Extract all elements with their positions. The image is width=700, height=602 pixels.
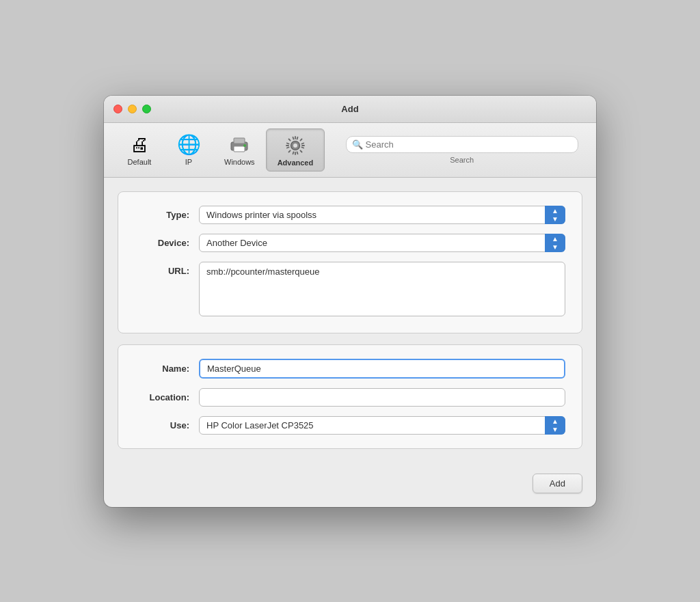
window-title: Add xyxy=(115,104,585,114)
svg-rect-1 xyxy=(234,138,245,143)
search-icon: 🔍 xyxy=(352,139,363,150)
type-select[interactable]: Windows printer via spoolss xyxy=(199,206,565,224)
device-row: Device: Another Device ▲ ▼ xyxy=(135,234,565,252)
default-printer-icon: 🖨 xyxy=(127,133,152,157)
search-label: Search xyxy=(450,156,474,164)
tab-windows-label: Windows xyxy=(224,158,255,166)
name-row: Name: xyxy=(135,359,565,379)
type-label: Type: xyxy=(135,210,189,220)
name-input[interactable] xyxy=(199,359,565,379)
device-select[interactable]: Another Device xyxy=(199,234,565,252)
location-field-wrap xyxy=(199,388,565,407)
location-input[interactable] xyxy=(199,388,565,407)
title-bar: Add xyxy=(104,96,596,123)
use-row: Use: HP Color LaserJet CP3525 ▲ ▼ xyxy=(135,416,565,435)
type-field-wrap: Windows printer via spoolss ▲ ▼ xyxy=(199,206,565,224)
toolbar-tabs: 🖨 Default 🌐 IP Windows xyxy=(115,128,325,172)
tab-advanced[interactable]: Advanced xyxy=(266,128,325,172)
name-field-wrap xyxy=(199,359,565,379)
use-field-wrap: HP Color LaserJet CP3525 ▲ ▼ xyxy=(199,416,565,435)
windows-printer-icon xyxy=(227,133,252,157)
footer: Add xyxy=(104,463,596,507)
close-button[interactable] xyxy=(113,105,122,113)
add-printer-window: Add 🖨 Default 🌐 IP xyxy=(104,96,596,507)
location-row: Location: xyxy=(135,388,565,407)
tab-ip-label: IP xyxy=(185,158,192,166)
printer-details-section: Name: Location: Use: HP Color LaserJet C… xyxy=(118,344,582,449)
tab-windows[interactable]: Windows xyxy=(213,128,266,172)
maximize-button[interactable] xyxy=(142,105,151,113)
traffic-lights xyxy=(113,105,151,113)
search-input-wrap: 🔍 xyxy=(346,136,578,153)
ip-icon: 🌐 xyxy=(176,133,201,157)
device-label: Device: xyxy=(135,238,189,248)
search-input[interactable] xyxy=(346,136,578,153)
tab-default[interactable]: 🖨 Default xyxy=(115,128,164,172)
add-button[interactable]: Add xyxy=(533,474,582,493)
use-label: Use: xyxy=(135,420,189,430)
minimize-button[interactable] xyxy=(128,105,137,113)
tab-default-label: Default xyxy=(128,158,152,166)
tab-ip[interactable]: 🌐 IP xyxy=(164,128,213,172)
svg-point-3 xyxy=(243,144,246,147)
svg-point-4 xyxy=(293,143,297,148)
advanced-gear-icon xyxy=(283,133,308,158)
use-select[interactable]: HP Color LaserJet CP3525 xyxy=(199,416,565,435)
url-row: URL: xyxy=(135,262,565,319)
connection-section: Type: Windows printer via spoolss ▲ ▼ De… xyxy=(118,191,582,333)
tab-advanced-label: Advanced xyxy=(278,159,314,167)
device-field-wrap: Another Device ▲ ▼ xyxy=(199,234,565,252)
type-row: Type: Windows printer via spoolss ▲ ▼ xyxy=(135,206,565,224)
toolbar: 🖨 Default 🌐 IP Windows xyxy=(104,123,596,178)
url-label: URL: xyxy=(135,262,189,276)
url-field-wrap xyxy=(199,262,565,319)
url-textarea[interactable] xyxy=(199,262,565,316)
name-label: Name: xyxy=(135,364,189,374)
location-label: Location: xyxy=(135,392,189,402)
svg-rect-2 xyxy=(234,146,245,152)
main-content: Type: Windows printer via spoolss ▲ ▼ De… xyxy=(104,178,596,463)
toolbar-search-area: 🔍 Search xyxy=(325,136,585,164)
